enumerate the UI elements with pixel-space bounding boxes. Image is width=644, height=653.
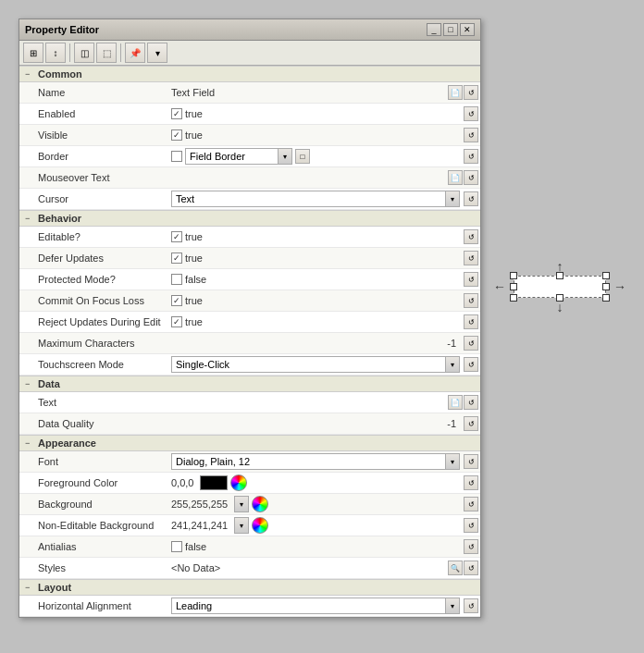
defer-updates-checkbox-wrapper: true: [171, 253, 203, 264]
touchscreen-dropdown: Single-Click ▾: [171, 356, 460, 373]
arrow-right-icon: →: [613, 279, 626, 294]
prop-row-cursor: Cursor Text ▾ ↺: [19, 189, 480, 210]
non-editable-bg-reset-button[interactable]: ↺: [464, 518, 478, 533]
section-appearance-header[interactable]: − Appearance: [19, 435, 480, 451]
restore-button[interactable]: □: [443, 23, 458, 36]
background-dropdown-btn[interactable]: ▾: [234, 496, 249, 512]
prop-value-max-chars: -1: [167, 333, 464, 353]
background-color-wheel[interactable]: [252, 496, 268, 512]
close-button[interactable]: ✕: [460, 23, 475, 36]
section-common-header[interactable]: − Common: [19, 66, 480, 82]
handle-middle-left[interactable]: [510, 283, 517, 290]
text-doc-button[interactable]: 📄: [448, 395, 463, 410]
border-edit-button[interactable]: □: [295, 149, 310, 164]
prop-label-mouseover: Mouseover Text: [19, 170, 167, 185]
prop-label-border: Border: [19, 149, 167, 164]
grid-view-button[interactable]: ⊞: [23, 43, 43, 63]
touchscreen-dropdown-btn[interactable]: ▾: [445, 356, 460, 373]
cursor-dropdown-btn[interactable]: ▾: [445, 191, 460, 207]
handle-top-right[interactable]: [602, 272, 610, 279]
defer-updates-reset-button[interactable]: ↺: [464, 251, 478, 265]
antialias-checkbox[interactable]: [171, 541, 182, 552]
foreground-color-swatch[interactable]: [200, 475, 228, 490]
antialias-reset-button[interactable]: ↺: [464, 539, 478, 554]
prop-row-data-quality: Data Quality -1 ↺: [19, 413, 480, 435]
foreground-color-wheel[interactable]: [230, 474, 247, 491]
max-chars-reset-button[interactable]: ↺: [464, 336, 478, 351]
mouseover-reset-button[interactable]: ↺: [464, 170, 478, 185]
defer-updates-checkbox[interactable]: [171, 253, 182, 264]
visible-value: true: [185, 129, 203, 141]
minimize-button[interactable]: _: [427, 23, 441, 36]
section-data-toggle: −: [25, 379, 34, 388]
editable-checkbox[interactable]: [171, 231, 182, 242]
data-quality-reset-button[interactable]: ↺: [464, 416, 478, 431]
reject-updates-checkbox[interactable]: [171, 316, 182, 327]
handle-top-left[interactable]: [510, 272, 517, 279]
prop-label-foreground-color: Foreground Color: [19, 475, 167, 490]
non-editable-bg-color-wheel[interactable]: [252, 517, 268, 534]
sort-button[interactable]: ↕: [45, 43, 66, 63]
section-layout-label: Layout: [38, 582, 71, 593]
prop-label-h-alignment: Horizontal Alignment: [19, 598, 167, 613]
visible-checkbox[interactable]: [171, 129, 182, 141]
border-reset-button[interactable]: ↺: [464, 149, 478, 164]
section-behavior-header[interactable]: − Behavior: [19, 210, 480, 227]
h-alignment-reset-button[interactable]: ↺: [464, 598, 478, 613]
prop-label-styles: Styles: [19, 561, 167, 575]
enabled-reset-button[interactable]: ↺: [464, 106, 478, 121]
prop-actions-h-alignment: ↺: [464, 598, 480, 613]
prop-actions-data-quality: ↺: [464, 416, 480, 431]
prop-value-name: Text Field: [167, 82, 448, 103]
prop-actions-mouseover: 📄 ↺: [448, 170, 480, 185]
enabled-checkbox[interactable]: [171, 108, 182, 119]
text-reset-button[interactable]: ↺: [464, 395, 478, 410]
visible-reset-button[interactable]: ↺: [464, 128, 478, 142]
touchscreen-value: Single-Click: [176, 359, 229, 370]
mouseover-doc-button[interactable]: 📄: [448, 170, 463, 185]
name-doc-button[interactable]: 📄: [448, 85, 463, 100]
prop-value-defer-updates: true: [167, 248, 464, 268]
handle-bottom-right[interactable]: [602, 294, 610, 302]
background-reset-button[interactable]: ↺: [464, 497, 478, 511]
handle-bottom-left[interactable]: [510, 294, 517, 302]
pin-button[interactable]: 📌: [125, 43, 145, 63]
max-chars-value: -1: [432, 338, 460, 349]
more-button[interactable]: ▾: [147, 43, 167, 63]
reject-updates-checkbox-wrapper: true: [171, 316, 203, 327]
font-dropdown-btn[interactable]: ▾: [445, 453, 460, 470]
commit-focus-checkbox[interactable]: [171, 295, 182, 306]
border-dropdown-btn[interactable]: ▾: [278, 148, 292, 165]
border-checkbox[interactable]: [171, 151, 182, 162]
styles-search-button[interactable]: 🔍: [448, 561, 463, 575]
toolbar-separator-2: [120, 43, 121, 62]
editable-reset-button[interactable]: ↺: [464, 229, 478, 244]
view1-button[interactable]: ◫: [74, 43, 94, 63]
prop-value-background: 255,255,255 ▾: [167, 494, 464, 514]
property-editor-window: Property Editor _ □ ✕ ⊞ ↕ ◫ ⬚ 📌 ▾ − Comm…: [19, 18, 481, 618]
cursor-reset-button[interactable]: ↺: [464, 191, 478, 206]
handle-middle-right[interactable]: [602, 283, 610, 290]
antialias-checkbox-wrapper: false: [171, 541, 206, 552]
non-editable-bg-dropdown-btn[interactable]: ▾: [234, 517, 249, 534]
view2-button[interactable]: ⬚: [96, 43, 117, 63]
editable-checkbox-wrapper: true: [171, 231, 203, 242]
protected-mode-checkbox[interactable]: [171, 274, 182, 285]
section-layout-header[interactable]: − Layout: [19, 579, 480, 596]
prop-value-foreground-color: 0,0,0: [167, 473, 464, 493]
protected-mode-reset-button[interactable]: ↺: [464, 272, 478, 287]
section-data-header[interactable]: − Data: [19, 376, 480, 392]
commit-focus-reset-button[interactable]: ↺: [464, 293, 478, 308]
properties-panel: − Common Name Text Field 📄 ↺ Enabled tru…: [19, 66, 480, 617]
reject-updates-reset-button[interactable]: ↺: [464, 314, 478, 329]
prop-row-editable: Editable? true ↺: [19, 227, 480, 248]
styles-reset-button[interactable]: ↺: [464, 561, 478, 575]
font-reset-button[interactable]: ↺: [464, 454, 478, 469]
touchscreen-reset-button[interactable]: ↺: [464, 357, 478, 372]
h-alignment-dropdown-btn[interactable]: ▾: [445, 598, 460, 614]
prop-row-protected-mode: Protected Mode? false ↺: [19, 269, 480, 290]
prop-row-foreground-color: Foreground Color 0,0,0 ↺: [19, 473, 480, 494]
name-reset-button[interactable]: ↺: [464, 85, 478, 100]
enabled-checkbox-wrapper: true: [171, 108, 203, 119]
foreground-color-reset-button[interactable]: ↺: [464, 475, 478, 490]
